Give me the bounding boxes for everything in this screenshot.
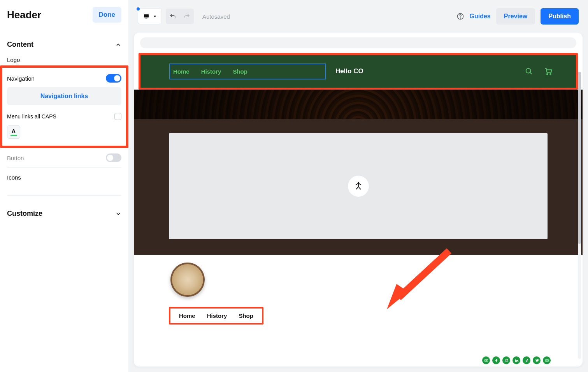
footer-nav-home[interactable]: Home [179,312,195,319]
device-selector[interactable] [138,9,162,24]
sidebar-title: Header [7,9,41,21]
social-facebook-icon[interactable] [492,356,500,364]
autosaved-label: Autosaved [202,13,230,20]
svg-rect-0 [144,14,149,18]
svg-marker-2 [154,16,156,17]
help-icon[interactable] [456,12,464,20]
pdf-placeholder[interactable] [169,133,548,239]
site-header[interactable]: Home History Shop Hello CO [140,55,576,88]
button-label: Button [7,155,24,161]
addressbar [140,37,576,48]
divider [7,195,121,196]
text-color-button[interactable]: A [7,125,20,139]
icons-row[interactable]: Icons [7,168,121,187]
section-content-toggle[interactable]: Content [7,38,121,51]
desktop-icon [143,13,150,19]
svg-point-4 [460,18,460,18]
text-color-glyph: A [12,128,16,134]
undo-button[interactable] [166,9,180,24]
caps-checkbox[interactable] [114,113,121,120]
redo-button[interactable] [180,9,194,24]
footer-nav-highlight: Home History Shop [169,307,263,324]
cart-icon[interactable] [544,67,553,76]
svg-marker-19 [546,360,547,361]
text-color-underline [11,135,17,136]
redo-icon [183,13,190,20]
guides-link[interactable]: Guides [470,13,491,20]
pdf-icon-circle [348,176,369,197]
section-customize-label: Customize [7,210,42,218]
hero-background-image [134,90,583,119]
svg-point-7 [547,74,548,75]
navigation-label: Navigation [7,75,35,82]
svg-point-8 [550,74,551,75]
social-twitter-icon[interactable] [533,356,541,364]
svg-rect-16 [515,360,516,362]
svg-line-10 [398,251,449,298]
navigation-settings-highlight: Navigation Navigation links Menu links a… [0,65,128,148]
topbar: Autosaved Guides Preview Publish [128,0,588,33]
svg-rect-1 [145,18,147,18]
nav-selection[interactable]: Home History Shop [169,63,326,79]
svg-line-6 [530,72,532,74]
undo-redo-group [166,9,194,24]
svg-point-14 [506,360,507,361]
publish-button[interactable]: Publish [541,8,579,25]
social-linkedin-icon[interactable] [513,356,520,364]
social-tiktok-icon[interactable] [523,356,530,364]
svg-point-5 [526,69,531,73]
done-button[interactable]: Done [93,7,122,23]
section-customize-toggle[interactable]: Customize [7,207,121,220]
hero-section[interactable] [134,119,583,255]
scrollbar-thumb[interactable] [578,72,581,244]
logo-row[interactable]: Logo [7,51,121,65]
canvas-scrollbar[interactable] [578,72,581,359]
undo-icon [169,13,176,20]
navigation-links-button[interactable]: Navigation links [7,87,121,105]
svg-marker-11 [387,284,408,309]
pdf-icon [354,182,363,191]
footer-nav-shop[interactable]: Shop [239,312,253,319]
main-area: Autosaved Guides Preview Publish Ho [128,0,588,372]
nav-link-home[interactable]: Home [173,68,190,75]
navigation-toggle[interactable] [106,74,121,83]
social-instagram-icon[interactable] [502,356,510,364]
caret-down-icon [153,14,157,18]
nav-link-history[interactable]: History [201,68,221,75]
wood-slice-image[interactable] [170,263,205,297]
section-content-label: Content [7,41,33,49]
search-icon[interactable] [525,67,533,76]
caps-label: Menu links all CAPS [7,113,56,120]
svg-point-15 [507,359,507,360]
social-icons-row [482,356,551,364]
chevron-down-icon [115,211,121,217]
social-email-icon[interactable] [482,356,490,364]
footer-nav-history[interactable]: History [207,312,227,319]
preview-canvas: Home History Shop Hello CO [134,33,583,367]
button-toggle[interactable] [106,153,121,162]
annotation-arrow-icon [379,247,457,313]
content-section: Home History Shop [134,255,583,367]
header-highlight: Home History Shop Hello CO [139,53,578,90]
nav-link-shop[interactable]: Shop [233,68,247,75]
svg-point-9 [358,182,359,183]
unsaved-indicator-icon [137,7,140,11]
sidebar: Header Done Content Logo Navigation Navi… [0,0,128,372]
preview-button[interactable]: Preview [496,8,535,25]
site-title[interactable]: Hello CO [335,67,363,75]
svg-point-17 [515,359,516,360]
chevron-up-icon [115,42,121,48]
social-youtube-icon[interactable] [543,356,551,364]
